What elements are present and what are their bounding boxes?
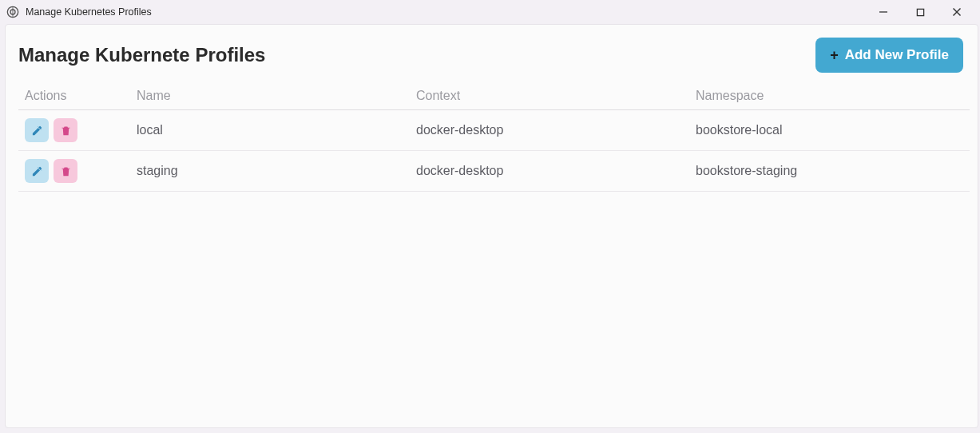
maximize-button[interactable] — [902, 0, 938, 24]
cell-name: local — [130, 110, 410, 151]
scroll-area[interactable]: Manage Kubernete Profiles + Add New Prof… — [18, 38, 976, 415]
cell-namespace: bookstore-staging — [689, 151, 970, 192]
edit-icon — [31, 165, 43, 177]
trash-icon — [60, 165, 72, 177]
app-icon — [6, 6, 19, 18]
delete-button[interactable] — [54, 118, 77, 142]
edit-button[interactable] — [25, 159, 49, 183]
row-actions — [25, 159, 124, 183]
close-button[interactable] — [938, 0, 975, 24]
add-new-profile-button[interactable]: + Add New Profile — [815, 38, 963, 73]
col-header-name: Name — [130, 81, 410, 110]
window-controls — [865, 0, 975, 24]
table-header-row: Actions Name Context Namespace — [18, 81, 970, 110]
svg-rect-4 — [917, 9, 923, 15]
plus-icon: + — [830, 48, 839, 62]
minimize-button[interactable] — [865, 0, 902, 24]
edit-button[interactable] — [25, 118, 49, 142]
page-header: Manage Kubernete Profiles + Add New Prof… — [18, 38, 970, 73]
table-row: staging docker-desktop bookstore-staging — [18, 151, 970, 192]
close-icon — [952, 7, 962, 17]
window-title: Manage Kubernetes Profiles — [26, 6, 152, 18]
minimize-icon — [879, 7, 888, 17]
cell-name: staging — [130, 151, 410, 192]
col-header-namespace: Namespace — [689, 81, 970, 110]
titlebar: Manage Kubernetes Profiles — [0, 0, 980, 24]
cell-context: docker-desktop — [410, 110, 689, 151]
cell-namespace: bookstore-local — [689, 110, 970, 151]
trash-icon — [60, 125, 72, 137]
col-header-actions: Actions — [18, 81, 130, 110]
edit-icon — [31, 125, 43, 137]
page-title: Manage Kubernete Profiles — [18, 44, 265, 66]
table-row: local docker-desktop bookstore-local — [18, 110, 970, 151]
content-panel: Manage Kubernete Profiles + Add New Prof… — [5, 24, 978, 428]
profiles-table: Actions Name Context Namespace — [18, 81, 970, 192]
row-actions — [25, 118, 124, 142]
maximize-icon — [916, 8, 925, 17]
col-header-context: Context — [410, 81, 689, 110]
cell-context: docker-desktop — [410, 151, 689, 192]
add-button-label: Add New Profile — [845, 47, 949, 63]
delete-button[interactable] — [54, 159, 77, 183]
